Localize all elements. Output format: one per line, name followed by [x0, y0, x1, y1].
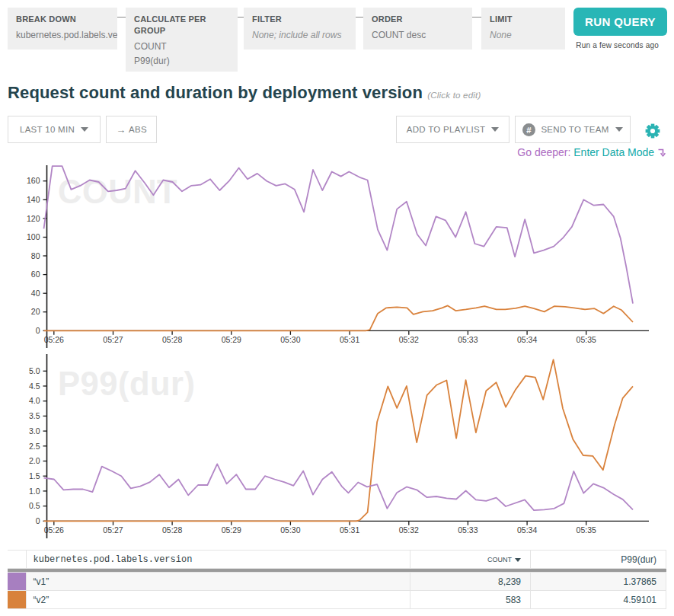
svg-text:05:35: 05:35: [577, 525, 596, 535]
svg-text:40: 40: [31, 289, 40, 298]
svg-text:05:30: 05:30: [280, 525, 300, 535]
svg-text:#: #: [527, 125, 532, 134]
svg-text:05:27: 05:27: [103, 335, 123, 344]
svg-text:120: 120: [27, 214, 40, 223]
svg-text:COUNT: COUNT: [58, 174, 177, 210]
svg-text:05:32: 05:32: [399, 525, 419, 535]
svg-text:60: 60: [31, 270, 40, 279]
svg-text:1.0: 1.0: [29, 487, 40, 496]
svg-text:05:33: 05:33: [458, 335, 478, 344]
svg-text:05:27: 05:27: [103, 525, 123, 535]
svg-text:4.0: 4.0: [29, 396, 40, 405]
svg-text:05:29: 05:29: [222, 335, 241, 344]
svg-text:05:29: 05:29: [222, 525, 241, 535]
svg-text:P99(dur): P99(dur): [58, 365, 195, 402]
svg-text:5.0: 5.0: [29, 366, 40, 375]
svg-text:05:35: 05:35: [577, 335, 596, 344]
svg-text:05:33: 05:33: [458, 525, 478, 535]
svg-text:05:31: 05:31: [340, 335, 359, 344]
svg-text:2.5: 2.5: [29, 442, 40, 451]
svg-text:05:32: 05:32: [399, 335, 419, 344]
svg-text:140: 140: [27, 195, 40, 204]
svg-text:100: 100: [27, 232, 40, 241]
svg-text:0: 0: [36, 326, 40, 335]
svg-text:2.0: 2.0: [29, 456, 40, 465]
svg-text:80: 80: [31, 251, 40, 260]
svg-text:4.5: 4.5: [29, 381, 40, 391]
svg-text:1.5: 1.5: [29, 471, 40, 480]
svg-text:05:28: 05:28: [162, 335, 182, 344]
svg-text:20: 20: [31, 307, 40, 316]
svg-text:05:34: 05:34: [517, 335, 537, 344]
svg-text:05:31: 05:31: [340, 525, 359, 535]
svg-text:0.5: 0.5: [29, 501, 40, 510]
svg-text:3.5: 3.5: [29, 411, 40, 420]
svg-text:05:28: 05:28: [162, 525, 182, 535]
svg-text:05:30: 05:30: [280, 335, 300, 344]
svg-text:160: 160: [27, 176, 40, 185]
svg-text:3.0: 3.0: [29, 426, 40, 436]
svg-text:05:34: 05:34: [517, 525, 537, 535]
svg-text:0: 0: [36, 516, 40, 525]
